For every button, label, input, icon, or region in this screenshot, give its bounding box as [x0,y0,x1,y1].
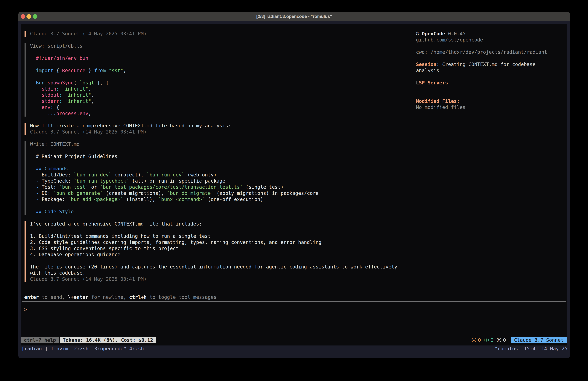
terminal-line: Claude 3.7 Sonnet (14 May 2025 03:41 PM) [30,31,411,37]
terminal-line: - Test: `bun test` or `bun test packages… [30,184,411,190]
terminal-window: [2/3] radiant:3:opencode - "romulus" Cla… [18,12,570,359]
tokens-cost-chip: Tokens: 16.4K (8%), Cost: $0.12 [60,337,156,343]
terminal-line: - TypeCheck: `bun run typecheck` (all) o… [30,178,411,184]
terminal-line: github.com/sst/opencode [416,37,566,43]
terminal-line: with this codebase. [30,270,411,276]
terminal-line: # Radiant Project Guidelines [30,153,411,159]
terminal-line: ## Code Style [30,209,411,215]
status-right: ⓦ 0 ⓘ 0 ⓗ 0 Claude 3.7 Sonnet [471,337,567,343]
session-sidebar: © OpenCode 0.0.45github.com/sst/opencode… [416,31,566,111]
help-chip: ctrl+? help [21,337,59,343]
message-block: Claude 3.7 Sonnet (14 May 2025 03:41 PM) [24,31,411,37]
status-bar: ctrl+? help Tokens: 16.4K (8%), Cost: $0… [21,337,567,343]
tmux-status-bar: [radiant] 1:nvim 2:zsh- 3:opencode* 4:zs… [18,345,570,352]
terminal-line: 4. Database operations guidance [30,251,411,258]
message-block: I've created a comprehensive CONTEXT.md … [24,221,411,282]
prompt-caret-icon: > [24,307,27,312]
terminal-line: env: { [30,104,411,111]
terminal-line [416,74,566,80]
terminal-line: LSP Servers [416,80,566,86]
terminal-line: stderr: "inherit", [30,98,411,104]
terminal-line: No modified files [416,104,566,111]
terminal-line: - DB: `bun db generate` (create migratio… [30,190,411,196]
terminal-line: import { Resource } from "sst"; [30,67,411,74]
terminal-line: ## Commands [30,166,411,172]
terminal-line: #!/usr/bin/env bun [30,55,411,61]
keyboard-hints: enter to send, \+enter for newline, ctrl… [24,294,216,300]
terminal-line [30,202,411,209]
terminal-line: ...process.env, [30,111,411,116]
tool-block-view: View: script/db.ts #!/usr/bin/env bun im… [24,43,411,116]
terminal-line: cwd: /home/thdxr/dev/projects/radiant/ra… [416,49,566,55]
terminal-line: - Package: `bun add <package>` (install)… [30,196,411,202]
terminal-line: Modified Files: [416,98,566,104]
window-title: [2/3] radiant:3:opencode - "romulus" [18,12,570,21]
terminal-line [416,86,566,92]
diagnostics-indicators: ⓦ 0 ⓘ 0 ⓗ 0 [471,337,506,343]
terminal-line: The file is concise (20 lines) and captu… [30,264,411,270]
terminal-line: - Build/Dev: `bun run dev` (project), `b… [30,172,411,178]
terminal-line: analysis [416,67,566,74]
tmux-session-windows[interactable]: [radiant] 1:nvim 2:zsh- 3:opencode* 4:zs… [21,345,144,352]
titlebar[interactable]: [2/3] radiant:3:opencode - "romulus" [18,12,570,21]
terminal-line [30,227,411,233]
tool-block-write: Write: CONTEXT.md # Radiant Project Guid… [24,141,411,215]
terminal-line: Now I'll create a comprehensive CONTEXT.… [30,123,411,129]
input-separator [22,301,566,302]
terminal-line: 2. Code style guidelines covering import… [30,239,411,246]
terminal-line [416,43,566,49]
terminal-line: Claude 3.7 Sonnet (14 May 2025 03:41 PM) [30,276,411,282]
terminal-line [416,55,566,61]
terminal-line: Session: Creating CONTEXT.md for codebas… [416,61,566,67]
terminal-line [30,49,411,55]
status-left: ctrl+? help Tokens: 16.4K (8%), Cost: $0… [21,337,156,343]
terminal-line: Bun.spawnSync([`psql`], { [30,80,411,86]
terminal-line: I've created a comprehensive CONTEXT.md … [30,221,411,227]
tmux-host-time: "romulus" 15:41 14-May-25 [495,345,567,352]
terminal-line: 1. Build/lint/test commands including ho… [30,233,411,239]
terminal-line: stdout: "inherit", [30,92,411,98]
terminal-line: © OpenCode 0.0.45 [416,31,566,37]
terminal-line: Claude 3.7 Sonnet (14 May 2025 03:41 PM) [30,129,411,135]
terminal-line [30,258,411,264]
terminal-line: View: script/db.ts [30,43,411,49]
model-badge: Claude 3.7 Sonnet [511,337,567,343]
terminal-line [416,92,566,98]
terminal-body: Claude 3.7 Sonnet (14 May 2025 03:41 PM)… [18,21,570,359]
terminal-line [30,147,411,153]
terminal-line: stdin: "inherit", [30,86,411,92]
terminal-line: 3. CSS styling conventions specific to t… [30,246,411,251]
prompt-input[interactable]: > [24,306,27,313]
terminal-line [30,61,411,67]
terminal-line [30,159,411,166]
terminal-line [30,74,411,80]
terminal-line: Write: CONTEXT.md [30,141,411,147]
message-block: Now I'll create a comprehensive CONTEXT.… [24,123,411,135]
chat-log: Claude 3.7 Sonnet (14 May 2025 03:41 PM)… [21,24,411,288]
opencode-app: Claude 3.7 Sonnet (14 May 2025 03:41 PM)… [21,24,567,345]
